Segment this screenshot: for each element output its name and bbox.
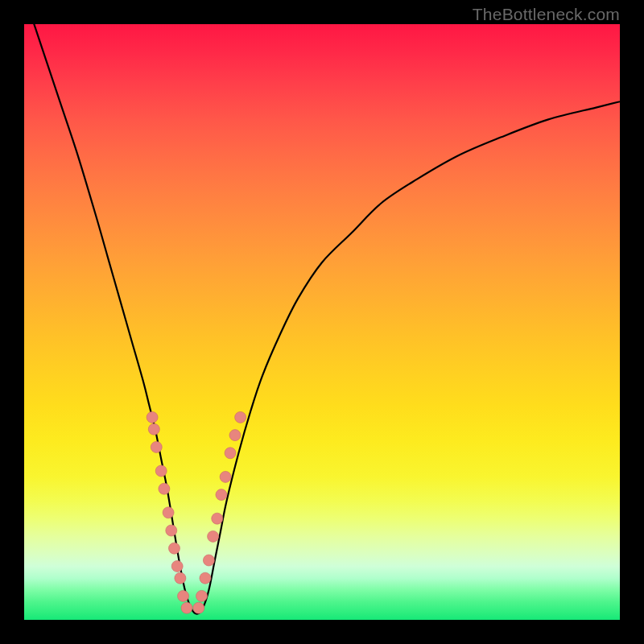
curve-marker bbox=[147, 411, 158, 423]
curve-marker bbox=[175, 572, 186, 584]
markers-left-cluster bbox=[147, 411, 192, 613]
curve-marker bbox=[171, 560, 183, 572]
curve-marker bbox=[216, 489, 227, 501]
attribution-label: TheBottleneck.com bbox=[473, 5, 620, 24]
curve-marker bbox=[168, 543, 180, 554]
curve-marker bbox=[235, 411, 246, 423]
curve-marker bbox=[200, 572, 211, 584]
markers-right-cluster bbox=[193, 411, 246, 613]
curve-marker bbox=[196, 590, 208, 601]
curve-marker bbox=[212, 513, 223, 524]
bottleneck-curve-svg bbox=[24, 24, 620, 620]
chart-frame: TheBottleneck.com bbox=[0, 0, 644, 644]
curve-marker bbox=[193, 602, 204, 613]
curve-marker bbox=[229, 430, 241, 441]
curve-marker bbox=[181, 602, 192, 613]
curve-marker bbox=[155, 465, 167, 477]
curve-marker bbox=[166, 525, 177, 536]
curve-marker bbox=[159, 483, 170, 494]
bottleneck-curve-path bbox=[24, 24, 620, 614]
curve-marker bbox=[220, 471, 231, 482]
curve-marker bbox=[163, 507, 174, 518]
curve-marker bbox=[203, 555, 214, 566]
curve-marker bbox=[151, 441, 162, 452]
curve-marker bbox=[148, 423, 159, 435]
curve-marker bbox=[208, 530, 219, 542]
curve-marker bbox=[178, 590, 189, 601]
curve-marker bbox=[225, 448, 236, 459]
plot-area bbox=[24, 24, 620, 620]
